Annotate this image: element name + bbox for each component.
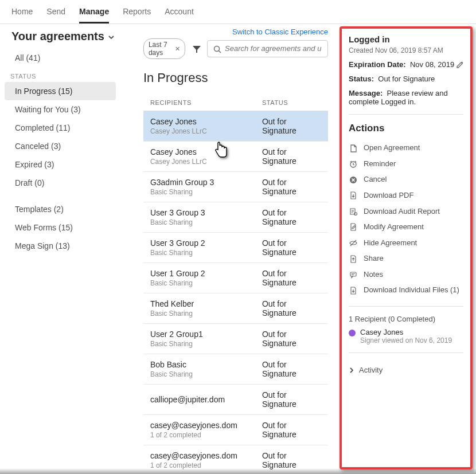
sidebar-all[interactable]: All (41)	[5, 49, 116, 67]
files-icon	[349, 285, 358, 295]
download-icon	[349, 191, 358, 200]
cancel-icon	[349, 175, 358, 184]
recipient-name: casey@caseyjones.dom	[150, 451, 262, 460]
detail-created: Created Nov 06, 2019 8:57 AM	[349, 46, 463, 54]
action-label: Download Individual Files (1)	[364, 285, 459, 294]
table-row[interactable]: User 2 Group1Basic SharingOut for Signat…	[143, 323, 328, 354]
recipient-name: calliope@jupiter.dom	[150, 395, 262, 404]
recipient-name: casey@caseyjones.dom	[150, 421, 262, 430]
nav-reports[interactable]: Reports	[123, 7, 151, 23]
recipient-name: User 3 Group 2	[150, 238, 262, 248]
recipient-name: Casey Jones	[150, 147, 262, 156]
action-notes[interactable]: Notes	[349, 267, 463, 283]
filter-icon[interactable]	[192, 44, 201, 53]
action-cancel[interactable]: Cancel	[349, 171, 463, 187]
status-cell: Out for Signature	[262, 269, 321, 287]
sidebar-canceled[interactable]: Canceled (3)	[5, 137, 116, 155]
sidebar: All (41) STATUS In Progress (15) Waiting…	[0, 43, 120, 261]
recipient-sub: Basic Sharing	[150, 310, 262, 318]
file-icon	[349, 143, 358, 152]
audit-icon	[349, 206, 358, 216]
recipient-row[interactable]: Casey Jones Signer viewed on Nov 6, 2019	[349, 328, 463, 344]
action-download-audit-report[interactable]: Download Audit Report	[349, 203, 463, 219]
sidebar-webforms[interactable]: Web Forms (15)	[5, 218, 116, 237]
status-cell: Out for Signature	[262, 451, 321, 469]
nav-account[interactable]: Account	[165, 7, 194, 23]
action-hide-agreement[interactable]: Hide Agreement	[349, 234, 463, 250]
detail-panel: Logged in Created Nov 06, 2019 8:57 AM E…	[340, 26, 473, 469]
table-row[interactable]: Casey JonesCasey Jones LLrCOut for Signa…	[143, 111, 328, 141]
detail-title: Logged in	[349, 34, 463, 44]
nav-manage[interactable]: Manage	[79, 7, 109, 23]
action-label: Modify Agreement	[364, 222, 424, 231]
notes-icon	[349, 270, 358, 279]
detail-message: Message: Please review and complete Logg…	[349, 89, 463, 106]
recipient-name: Thed Kelber	[150, 299, 262, 308]
table-row[interactable]: User 1 Group 2Basic SharingOut for Signa…	[143, 263, 328, 293]
table-row[interactable]: casey@caseyjones.dom1 of 2 completedOut …	[143, 445, 328, 473]
sidebar-completed[interactable]: Completed (11)	[5, 119, 116, 137]
agreements-list: In Progress RECIPIENTS STATUS Casey Jone…	[132, 65, 340, 473]
status-cell: Out for Signature	[262, 117, 321, 135]
hide-icon	[349, 238, 358, 247]
page-title: Your agreements	[11, 30, 104, 43]
nav-home[interactable]: Home	[11, 7, 33, 23]
col-recipients: RECIPIENTS	[150, 99, 262, 106]
sidebar-templates[interactable]: Templates (2)	[5, 200, 116, 218]
action-label: Notes	[364, 270, 383, 279]
action-download-pdf[interactable]: Download PDF	[349, 187, 463, 203]
action-open-agreement[interactable]: Open Agreement	[349, 140, 463, 156]
classic-experience-link[interactable]: Switch to Classic Experience	[132, 24, 340, 36]
table-row[interactable]: User 3 Group 2Basic SharingOut for Signa…	[143, 232, 328, 263]
sidebar-in-progress[interactable]: In Progress (15)	[5, 82, 116, 100]
status-cell: Out for Signature	[262, 178, 321, 196]
status-cell: Out for Signature	[262, 360, 321, 378]
search-input[interactable]	[225, 44, 322, 53]
chevron-right-icon	[349, 366, 354, 374]
detail-expiration: Expiration Date: Nov 08, 2019	[349, 60, 463, 69]
table-row[interactable]: casey@caseyjones.dom1 of 2 completedOut …	[143, 414, 328, 445]
sidebar-draft[interactable]: Draft (0)	[5, 174, 116, 192]
nav-send[interactable]: Send	[46, 7, 65, 23]
page-title-row[interactable]: Your agreements	[11, 30, 115, 43]
action-label: Reminder	[364, 159, 396, 168]
edit-icon[interactable]	[457, 60, 463, 68]
action-label: Download Audit Report	[364, 207, 440, 216]
action-modify-agreement[interactable]: Modify Agreement	[349, 219, 463, 235]
modify-icon	[349, 222, 358, 232]
recipient-name: Casey Jones	[360, 328, 452, 336]
status-cell: Out for Signature	[262, 299, 321, 318]
filter-chip-last7days[interactable]: Last 7 days ✕	[143, 38, 185, 59]
action-reminder[interactable]: Reminder	[349, 156, 463, 172]
table-row[interactable]: calliope@jupiter.domOut for Signature	[143, 384, 328, 414]
status-cell: Out for Signature	[262, 390, 321, 409]
clock-icon	[349, 159, 358, 169]
recipient-sub: Basic Sharing	[150, 340, 262, 348]
close-icon[interactable]: ✕	[175, 45, 180, 53]
svg-line-1	[219, 51, 221, 53]
recipient-sub: Casey Jones LLrC	[150, 127, 262, 135]
filter-chip-label: Last 7 days	[149, 41, 173, 57]
activity-toggle[interactable]: Activity	[349, 361, 463, 379]
sidebar-waiting[interactable]: Waiting for You (3)	[5, 100, 116, 119]
sidebar-expired[interactable]: Expired (3)	[5, 155, 116, 174]
svg-point-4	[354, 212, 357, 215]
status-cell: Out for Signature	[262, 147, 321, 166]
svg-point-0	[214, 46, 220, 52]
recipient-name: User 2 Group1	[150, 330, 262, 339]
table-row[interactable]: Bob BasicBasic SharingOut for Signature	[143, 354, 328, 384]
recipient-name: Casey Jones	[150, 117, 262, 126]
table-row[interactable]: Casey JonesCasey Jones LLrCOut for Signa…	[143, 141, 328, 171]
recipient-sub: Basic Sharing	[150, 279, 262, 287]
action-label: Cancel	[364, 175, 387, 183]
search-box[interactable]	[207, 40, 328, 57]
recipient-name: User 3 Group 3	[150, 208, 262, 217]
table-row[interactable]: G3admin Group 3Basic SharingOut for Sign…	[143, 171, 328, 202]
sidebar-megasign[interactable]: Mega Sign (13)	[5, 237, 116, 255]
table-row[interactable]: Thed KelberBasic SharingOut for Signatur…	[143, 293, 328, 323]
action-share[interactable]: Share	[349, 250, 463, 267]
table-row[interactable]: User 3 Group 3Basic SharingOut for Signa…	[143, 202, 328, 232]
detail-status: Status: Out for Signature	[349, 75, 463, 83]
recipient-name: Bob Basic	[150, 360, 262, 369]
action-download-individual-files-1-[interactable]: Download Individual Files (1)	[349, 282, 463, 298]
